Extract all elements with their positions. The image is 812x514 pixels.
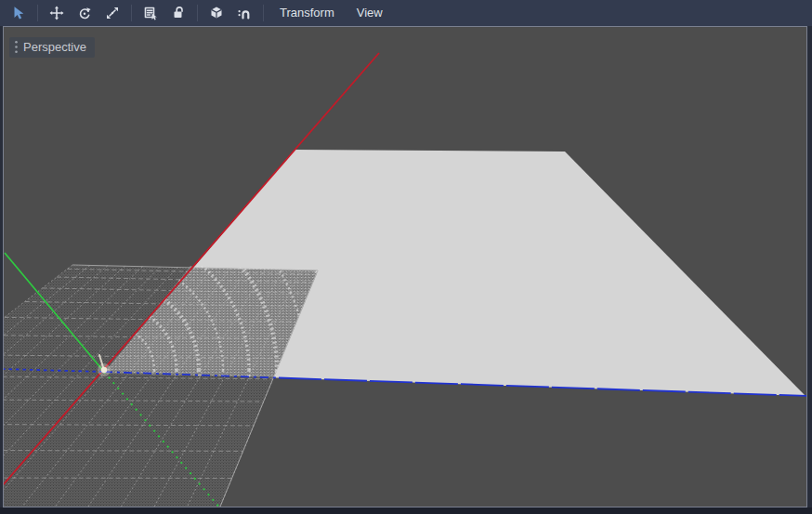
toolbar-separator (131, 5, 132, 21)
rotate-tool-button[interactable] (72, 2, 97, 24)
scene-layers (0, 27, 807, 514)
viewport-mode-text: Perspective (23, 40, 86, 54)
toolbar-separator (263, 5, 264, 21)
vertical-dots-icon (14, 40, 19, 54)
select-tool-button[interactable] (7, 2, 31, 24)
snap-magnet-icon (237, 6, 252, 20)
lock-tool-button[interactable] (166, 2, 190, 24)
group-tool-button[interactable] (204, 2, 229, 24)
transform-menu[interactable]: Transform (268, 2, 346, 24)
toolbar-separator (197, 5, 198, 21)
toolbar: Transform View (0, 0, 812, 26)
list-select-icon (143, 6, 158, 20)
viewport-3d-scene[interactable] (0, 0, 812, 514)
toolbar-separator (37, 5, 38, 21)
scale-arrows-icon (105, 6, 120, 20)
rotate-circle-icon (77, 6, 92, 20)
viewport-mode-label[interactable]: Perspective (9, 37, 95, 58)
list-select-tool-button[interactable] (138, 2, 163, 24)
scale-tool-button[interactable] (100, 2, 124, 24)
cursor-arrow-icon (11, 6, 26, 20)
move-tool-button[interactable] (45, 2, 69, 24)
bottom-strip (0, 507, 812, 514)
unlock-padlock-icon (171, 6, 186, 20)
snap-tool-button[interactable] (232, 2, 256, 24)
group-cube-icon (209, 6, 224, 20)
move-arrows-icon (49, 6, 64, 20)
view-menu[interactable]: View (346, 2, 394, 24)
